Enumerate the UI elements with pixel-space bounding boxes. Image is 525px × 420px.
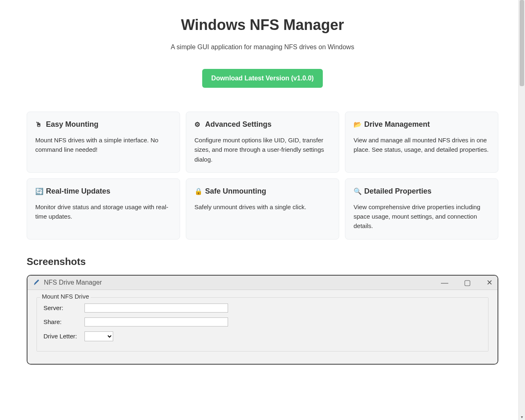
screenshot-window: NFS Drive Manager — ▢ ✕ Mount NFS Drive … — [27, 275, 498, 365]
features-grid: 🖱 Easy Mounting Mount NFS drives with a … — [27, 112, 498, 240]
mount-group: Mount NFS Drive Server: Share: Drive Let… — [37, 297, 488, 352]
group-legend: Mount NFS Drive — [40, 293, 91, 300]
feature-title: Advanced Settings — [205, 120, 272, 129]
search-icon: 🔍 — [354, 187, 361, 195]
scroll-thumb[interactable] — [520, 0, 524, 86]
feature-card: 📂 Drive Management View and manage all m… — [345, 112, 498, 173]
feature-desc: Safely unmount drives with a single clic… — [194, 202, 331, 212]
feature-desc: View comprehensive drive properties incl… — [354, 202, 490, 231]
maximize-icon[interactable]: ▢ — [464, 279, 471, 286]
page-title: Windows NFS Manager — [27, 16, 498, 34]
feature-card: 🔄 Real-time Updates Monitor drive status… — [27, 178, 180, 240]
minimize-icon[interactable]: — — [441, 279, 448, 286]
feature-desc: View and manage all mounted NFS drives i… — [354, 135, 490, 155]
feature-desc: Monitor drive status and storage usage w… — [35, 202, 171, 221]
mouse-icon: 🖱 — [35, 121, 43, 128]
folder-icon: 📂 — [354, 121, 361, 128]
share-input[interactable] — [84, 317, 228, 326]
lock-icon: 🔒 — [194, 187, 202, 195]
refresh-icon: 🔄 — [35, 187, 43, 195]
drive-letter-select[interactable] — [84, 331, 113, 341]
share-label: Share: — [43, 318, 84, 325]
gear-icon: ⚙ — [194, 121, 202, 128]
feature-desc: Configure mount options like UID, GID, t… — [194, 135, 331, 164]
download-button[interactable]: Download Latest Version (v1.0.0) — [202, 69, 323, 88]
scrollbar[interactable]: ▾ — [518, 0, 525, 381]
app-icon — [33, 279, 40, 286]
feature-desc: Mount NFS drives with a simple interface… — [35, 135, 171, 155]
feature-title: Real-time Updates — [46, 187, 110, 196]
feature-card: 🖱 Easy Mounting Mount NFS drives with a … — [27, 112, 180, 173]
server-input[interactable] — [84, 304, 228, 313]
feature-card: ⚙ Advanced Settings Configure mount opti… — [186, 112, 339, 173]
feature-title: Detailed Properties — [364, 187, 431, 196]
feature-card: 🔒 Safe Unmounting Safely unmount drives … — [186, 178, 339, 240]
screenshots-heading: Screenshots — [27, 256, 498, 267]
drive-letter-label: Drive Letter: — [43, 333, 84, 340]
window-titlebar: NFS Drive Manager — ▢ ✕ — [27, 276, 498, 290]
page-subtitle: A simple GUI application for managing NF… — [27, 43, 498, 51]
close-icon[interactable]: ✕ — [486, 279, 493, 286]
window-title: NFS Drive Manager — [44, 279, 102, 286]
feature-title: Easy Mounting — [46, 120, 98, 129]
server-label: Server: — [43, 304, 84, 311]
feature-title: Drive Management — [364, 120, 430, 129]
feature-title: Safe Unmounting — [205, 187, 266, 196]
feature-card: 🔍 Detailed Properties View comprehensive… — [345, 178, 498, 240]
